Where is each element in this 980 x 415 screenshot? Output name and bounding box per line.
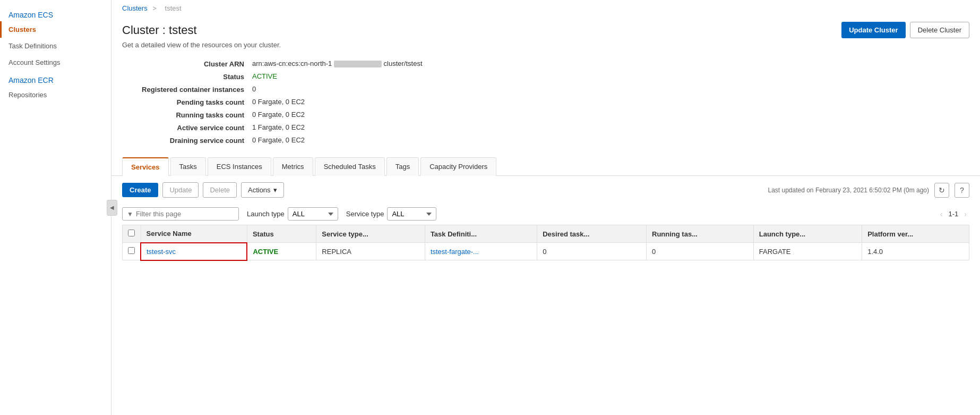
pagination-prev[interactable]: ‹ <box>938 209 945 219</box>
actions-dropdown-icon: ▾ <box>273 186 277 194</box>
delete-button[interactable]: Delete <box>203 182 237 198</box>
header-buttons: Update Cluster Delete Cluster <box>841 22 969 38</box>
row-task-definition-cell: tstest-fargate-... <box>425 243 537 260</box>
breadcrumb-clusters-link[interactable]: Clusters <box>122 4 148 12</box>
filter-icon: ▼ <box>127 210 133 218</box>
cluster-active-service-label: Active service count <box>122 123 244 132</box>
sidebar-item-amazon-ecs: Amazon ECS <box>0 5 111 21</box>
delete-cluster-button[interactable]: Delete Cluster <box>910 22 969 38</box>
row-checkbox-cell <box>123 243 141 260</box>
th-running-tasks: Running tas... <box>647 225 754 243</box>
th-service-name: Service Name <box>141 225 247 243</box>
row-running-tasks-cell: 0 <box>647 243 754 260</box>
launch-type-select[interactable]: ALL FARGATE EC2 <box>288 207 338 221</box>
toolbar-right: Last updated on February 23, 2021 6:50:0… <box>768 183 969 198</box>
pagination-next[interactable]: › <box>961 209 969 219</box>
table-row: tstest-svc ACTIVE REPLICA tstest-fargate… <box>123 243 969 260</box>
cluster-status-row: Status ACTIVE <box>122 72 969 81</box>
breadcrumb-current: tstest <box>165 4 182 12</box>
update-button[interactable]: Update <box>162 182 199 198</box>
filter-input-wrap[interactable]: ▼ <box>122 207 239 221</box>
th-status: Status <box>247 225 316 243</box>
sidebar: Amazon ECS Clusters Task Definitions Acc… <box>0 0 111 415</box>
row-task-definition-link[interactable]: tstest-fargate-... <box>431 248 479 256</box>
tab-ecs-instances[interactable]: ECS Instances <box>208 157 271 176</box>
update-cluster-button[interactable]: Update Cluster <box>841 22 905 38</box>
row-desired-tasks-cell: 0 <box>537 243 647 260</box>
sidebar-toggle[interactable]: ◀ <box>107 200 117 216</box>
sidebar-item-repositories[interactable]: Repositories <box>0 87 111 103</box>
tab-capacity-providers[interactable]: Capacity Providers <box>420 157 496 176</box>
page-title: Cluster : tstest <box>122 23 197 37</box>
th-platform-ver: Platform ver... <box>862 225 969 243</box>
launch-type-label: Launch type <box>247 210 285 218</box>
row-running-tasks-value: 0 <box>652 248 656 256</box>
main-content: Clusters > tstest Cluster : tstest Updat… <box>111 0 980 415</box>
filter-row: ▼ Launch type ALL FARGATE EC2 Service ty… <box>111 204 980 225</box>
services-table: Service Name Status Service type... Task… <box>122 225 969 261</box>
cluster-pending-tasks-label: Pending tasks count <box>122 98 244 106</box>
row-platform-ver-cell: 1.4.0 <box>862 243 969 260</box>
sidebar-item-clusters[interactable]: Clusters <box>0 21 111 38</box>
tab-services[interactable]: Services <box>122 157 169 176</box>
cluster-draining-service-value: 0 Fargate, 0 EC2 <box>252 136 305 144</box>
refresh-button[interactable]: ↻ <box>934 183 949 198</box>
last-updated-text: Last updated on February 23, 2021 6:50:0… <box>768 187 929 194</box>
cluster-arn-row: Cluster ARN arn:aws-cn:ecs:cn-north-1 cl… <box>122 60 969 68</box>
row-service-type-cell: REPLICA <box>316 243 425 260</box>
tab-metrics[interactable]: Metrics <box>273 157 313 176</box>
service-type-group: Service type ALL REPLICA DAEMON <box>346 207 437 221</box>
cluster-running-tasks-value: 0 Fargate, 0 EC2 <box>252 111 305 118</box>
cluster-pending-tasks-row: Pending tasks count 0 Fargate, 0 EC2 <box>122 98 969 106</box>
launch-type-group: Launch type ALL FARGATE EC2 <box>247 207 338 221</box>
cluster-arn-label: Cluster ARN <box>122 60 244 68</box>
table-toolbar: Create Update Delete Actions ▾ Last upda… <box>111 176 980 204</box>
service-name-link[interactable]: tstest-svc <box>147 248 176 256</box>
tabs-container: Services Tasks ECS Instances Metrics Sch… <box>111 157 980 176</box>
cluster-reg-instances-label: Registered container instances <box>122 85 244 94</box>
select-all-checkbox[interactable] <box>128 230 135 236</box>
service-type-select[interactable]: ALL REPLICA DAEMON <box>387 207 436 221</box>
tab-tags[interactable]: Tags <box>386 157 419 176</box>
th-desired-tasks: Desired task... <box>537 225 647 243</box>
help-button[interactable]: ? <box>955 183 969 198</box>
sidebar-item-amazon-ecr: Amazon ECR <box>0 71 111 87</box>
sidebar-item-account-settings[interactable]: Account Settings <box>0 54 111 71</box>
tab-scheduled-tasks[interactable]: Scheduled Tasks <box>315 157 385 176</box>
row-service-type-value: REPLICA <box>322 248 351 256</box>
breadcrumb-separator: > <box>152 4 158 12</box>
row-checkbox[interactable] <box>128 247 135 254</box>
row-status-value: ACTIVE <box>253 248 278 256</box>
row-status-cell: ACTIVE <box>247 243 316 260</box>
cluster-pending-tasks-value: 0 Fargate, 0 EC2 <box>252 98 305 106</box>
row-service-name-cell: tstest-svc <box>141 243 247 260</box>
cluster-running-tasks-row: Running tasks count 0 Fargate, 0 EC2 <box>122 111 969 119</box>
row-launch-type-cell: FARGATE <box>753 243 862 260</box>
create-button[interactable]: Create <box>122 183 158 197</box>
cluster-running-tasks-label: Running tasks count <box>122 111 244 119</box>
arn-blurred <box>334 61 382 67</box>
cluster-draining-service-label: Draining service count <box>122 136 244 145</box>
cluster-active-service-value: 1 Fargate, 0 EC2 <box>252 123 305 131</box>
cluster-reg-instances-row: Registered container instances 0 <box>122 85 969 94</box>
th-checkbox <box>123 225 141 243</box>
tab-tasks[interactable]: Tasks <box>170 157 206 176</box>
filter-input[interactable] <box>136 210 234 218</box>
cluster-status-label: Status <box>122 72 244 81</box>
cluster-reg-instances-value: 0 <box>252 85 256 93</box>
th-task-definition: Task Definiti... <box>425 225 537 243</box>
actions-label: Actions <box>248 186 271 194</box>
th-service-type: Service type... <box>316 225 425 243</box>
breadcrumb: Clusters > tstest <box>111 0 980 16</box>
pagination-text: 1-1 <box>949 210 959 218</box>
row-launch-type-value: FARGATE <box>759 248 791 256</box>
th-launch-type: Launch type... <box>753 225 862 243</box>
cluster-details: Cluster ARN arn:aws-cn:ecs:cn-north-1 cl… <box>111 57 980 157</box>
cluster-active-service-row: Active service count 1 Fargate, 0 EC2 <box>122 123 969 132</box>
cluster-arn-value: arn:aws-cn:ecs:cn-north-1 cluster/tstest <box>252 60 423 67</box>
sidebar-item-task-definitions[interactable]: Task Definitions <box>0 38 111 54</box>
actions-button[interactable]: Actions ▾ <box>241 182 284 198</box>
table-header-row: Service Name Status Service type... Task… <box>123 225 969 243</box>
cluster-draining-service-row: Draining service count 0 Fargate, 0 EC2 <box>122 136 969 145</box>
page-header: Cluster : tstest Update Cluster Delete C… <box>111 16 980 41</box>
